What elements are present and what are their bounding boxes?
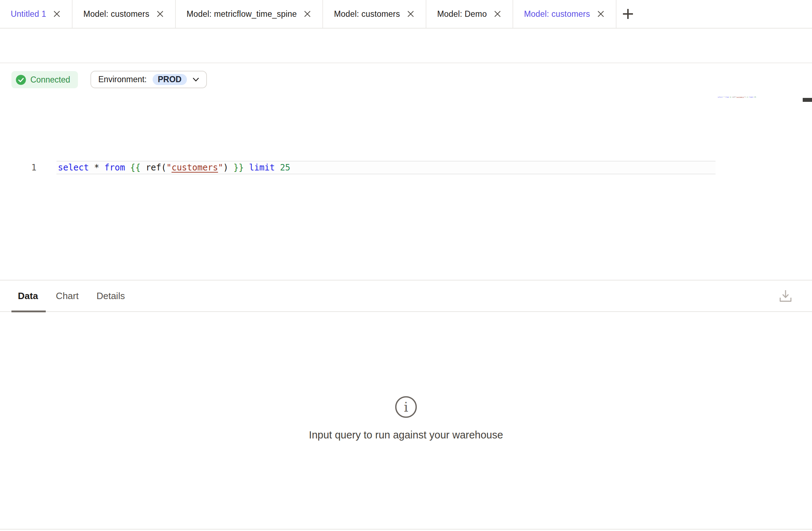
code-token: [140, 163, 145, 173]
minimap-code-line: select * from {{ ref("customers") }} lim…: [718, 96, 732, 98]
new-tab-button[interactable]: [617, 0, 639, 28]
editor-tab[interactable]: Model: metricflow_time_spine: [176, 0, 323, 28]
editor-minimap[interactable]: select * from {{ ref("customers") }} lim…: [718, 96, 802, 103]
code-token: ": [166, 163, 171, 173]
results-tabbar: DataChartDetails: [0, 281, 812, 312]
tab-label: Model: customers: [524, 9, 590, 19]
code-token: (: [161, 163, 166, 173]
close-icon[interactable]: [596, 10, 605, 18]
tab-label: Untitled 1: [11, 9, 46, 19]
bottom-divider: [0, 529, 812, 530]
environment-label: Environment:: [98, 75, 147, 84]
editor-tab[interactable]: Model: Demo: [426, 0, 513, 28]
results-tab-chart[interactable]: Chart: [56, 291, 79, 302]
editor-tabbar: Untitled 1Model: customersModel: metricf…: [0, 0, 812, 29]
editor-scrollbar-thumb[interactable]: [803, 98, 812, 102]
environment-value-chip: PROD: [153, 74, 187, 85]
line-number: 1: [14, 161, 36, 174]
code-token: select: [718, 96, 723, 98]
code-token: [244, 163, 249, 173]
code-token: [228, 163, 233, 173]
code-token: {{: [130, 163, 140, 173]
svg-text:i: i: [404, 399, 408, 415]
current-line-highlight[interactable]: select * from {{ ref("customers") }} lim…: [56, 161, 716, 174]
editor-tab[interactable]: Model: customers: [73, 0, 176, 28]
close-icon[interactable]: [493, 10, 502, 18]
code-token: [125, 163, 130, 173]
close-icon[interactable]: [303, 10, 312, 18]
code-token: ": [218, 163, 223, 173]
connection-status-badge: Connected: [11, 71, 78, 88]
empty-state: i Input query to run against your wareho…: [0, 396, 812, 441]
code-token: 25: [754, 96, 756, 98]
results-panel: DataChartDetails i Input query to run ag…: [0, 280, 812, 529]
results-tab-details[interactable]: Details: [96, 291, 125, 302]
info-icon: i: [395, 413, 417, 420]
code-token: ref: [146, 163, 161, 173]
download-button[interactable]: [779, 289, 792, 303]
environment-selector[interactable]: Environment: PROD: [90, 71, 207, 88]
code-token: select: [58, 163, 89, 173]
editor-tab[interactable]: Model: customers: [323, 0, 426, 28]
code-token: }}: [233, 163, 244, 173]
code-token: ref: [732, 96, 735, 98]
tab-label: Model: metricflow_time_spine: [187, 9, 297, 19]
close-icon[interactable]: [53, 10, 61, 18]
tab-label: Model: customers: [83, 9, 149, 19]
empty-state-message: Input query to run against your warehous…: [0, 429, 812, 441]
editor-tab[interactable]: Untitled 1: [0, 0, 73, 28]
code-token: 25: [280, 163, 290, 173]
toolbar: Develop Run: [0, 29, 812, 63]
code-token: [99, 163, 104, 173]
code-token: [275, 163, 280, 173]
code-token: ): [223, 163, 228, 173]
editor-tab[interactable]: Model: customers: [513, 0, 617, 28]
plus-icon: [623, 9, 633, 19]
results-tab-data[interactable]: Data: [18, 291, 38, 302]
download-icon: [779, 289, 792, 303]
code-token: *: [94, 163, 99, 173]
code-token: limit: [249, 163, 275, 173]
connection-status-label: Connected: [30, 75, 70, 85]
close-icon[interactable]: [156, 10, 164, 18]
code-token: limit: [749, 96, 753, 98]
ide-window: Untitled 1Model: customersModel: metricf…: [0, 0, 812, 531]
tab-label: Model: Demo: [437, 9, 487, 19]
sql-editor-pane: Connected Environment: PROD 1 select * f…: [0, 63, 812, 280]
tab-label: Model: customers: [334, 9, 400, 19]
close-icon[interactable]: [406, 10, 415, 18]
code-token: from: [725, 96, 729, 98]
active-tab-underline: [11, 311, 46, 312]
code-token: from: [104, 163, 125, 173]
code-line-text[interactable]: select * from {{ ref("customers") }} lim…: [58, 162, 290, 174]
check-circle-icon: [16, 75, 26, 85]
code-token[interactable]: customers: [736, 96, 744, 98]
code-token: [89, 163, 94, 173]
code-token[interactable]: customers: [172, 163, 218, 173]
chevron-down-icon: [193, 78, 199, 82]
